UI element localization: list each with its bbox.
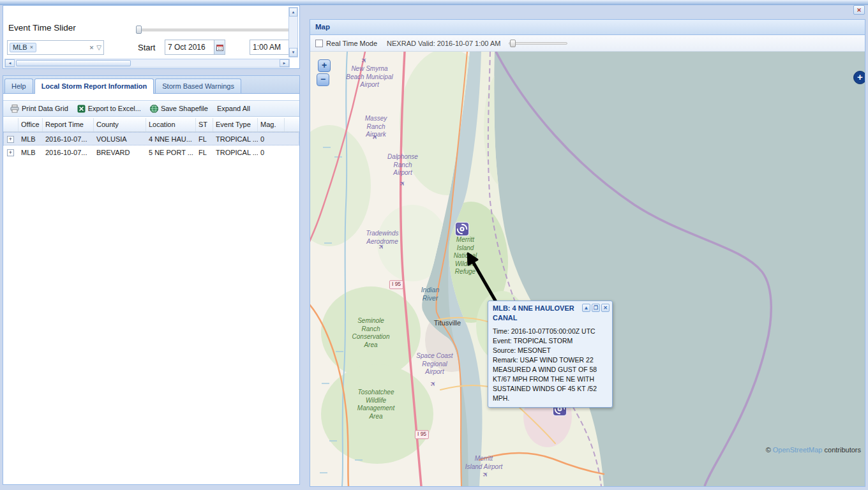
popup-detail-line: Event: TROPICAL STORM [493, 336, 608, 346]
add-layer-button[interactable]: + [853, 71, 865, 84]
label-titusville: Titusville [434, 319, 461, 328]
popup-body: Time: 2016-10-07T05:00:00Z UTCEvent: TRO… [488, 324, 612, 407]
cell: 0 [258, 135, 285, 143]
tab-local-storm-report-information[interactable]: Local Storm Report Information [34, 78, 154, 94]
map-canvas[interactable]: New Smyrna Beach Municipal Airport✈Masse… [310, 52, 865, 486]
scroll-right-button[interactable]: ► [280, 59, 289, 67]
column-header-mag[interactable]: Mag. [258, 118, 285, 131]
zoom-in-button[interactable]: + [318, 59, 331, 72]
label-space-coast-regional-airport: Space Coast Regional Airport [416, 352, 453, 376]
column-header-report-time[interactable]: Report Time [43, 118, 94, 131]
tag-remove-icon[interactable]: × [30, 44, 33, 50]
event-time-slider[interactable] [134, 26, 291, 34]
expander-column-header [3, 118, 19, 131]
filter-dropdown-icon[interactable]: ▽ [96, 44, 101, 51]
start-time-input[interactable] [250, 40, 292, 55]
openstreetmap-link[interactable]: OpenStreetMap [773, 446, 823, 454]
window-close-button[interactable]: ✕ [853, 5, 865, 15]
office-tag-label: MLB [13, 43, 27, 51]
vertical-scrollbar[interactable]: ▲ ▼ [288, 7, 298, 57]
popup-header[interactable]: MLB: 4 NNE HAULOVER CANAL ▲❐✕ [488, 301, 612, 324]
scroll-down-button[interactable]: ▼ [289, 48, 297, 57]
cell: FL [196, 149, 213, 156]
scrollbar-thumb[interactable] [16, 60, 131, 66]
office-tag-mlb[interactable]: MLB × [10, 43, 36, 52]
column-header-office[interactable]: Office [19, 118, 43, 131]
row-expander-icon[interactable]: + [7, 136, 14, 143]
airplane-icon: ✈ [370, 132, 380, 142]
label-tosohatchee-wildlife-management-area: Tosohatchee Wildlife Management Area [357, 389, 394, 420]
globe-icon [150, 105, 158, 113]
calendar-trigger-button[interactable] [214, 40, 225, 55]
column-header-county[interactable]: County [94, 118, 146, 131]
real-time-mode-checkbox[interactable] [315, 40, 323, 47]
label-seminole-ranch-conservation-area: Seminole Ranch Conservation Area [352, 317, 390, 349]
airplane-icon: ✈ [398, 179, 408, 189]
label-massey-ranch-airpark: Massey Ranch Airpark [365, 115, 387, 139]
label-new-smyrna-beach-municipal-airport: New Smyrna Beach Municipal Airport [346, 65, 393, 89]
popup-close-button[interactable]: ✕ [601, 304, 610, 312]
cell: MLB [19, 135, 43, 143]
export-to-excel-button[interactable]: Export to Excel... [74, 103, 144, 114]
save-shapefile-button[interactable]: Save Shapefile [147, 103, 211, 114]
cell: 0 [258, 149, 285, 156]
cell: TROPICAL ... [213, 135, 258, 143]
event-time-slider-title: Event Time Slider [8, 23, 76, 33]
airplane-icon: ✈ [377, 242, 387, 252]
cell: TROPICAL ... [213, 149, 258, 156]
airplane-icon: ✈ [428, 379, 438, 389]
column-header-st[interactable]: ST [196, 118, 213, 131]
table-row[interactable]: +MLB2016-10-07...VOLUSIA4 NNE HAU...FLTR… [3, 132, 299, 145]
copyright-symbol: © [766, 446, 771, 454]
popup-popout-button[interactable]: ❐ [592, 304, 600, 312]
grid-body: +MLB2016-10-07...VOLUSIA4 NNE HAU...FLTR… [3, 132, 299, 159]
cell: 2016-10-07... [43, 149, 94, 156]
zoom-out-button[interactable]: − [317, 73, 329, 86]
export-label: Export to Excel... [88, 105, 141, 112]
start-time-field[interactable] [250, 40, 292, 55]
start-date-field[interactable] [165, 40, 225, 55]
clear-filter-icon[interactable]: ✕ [89, 45, 94, 51]
grid-toolbar: Print Data Grid Export to Excel... Save … [3, 100, 299, 117]
tab-storm-based-warnings[interactable]: Storm Based Warnings [155, 78, 241, 93]
cell: MLB [19, 149, 43, 156]
nexrad-slider-track[interactable] [509, 42, 567, 45]
table-row[interactable]: +MLB2016-10-07...BREVARD5 NE PORT ...FLT… [3, 145, 299, 159]
cell: 5 NE PORT ... [146, 149, 196, 156]
map-panel-header: Map [310, 20, 865, 35]
slider-thumb[interactable] [136, 26, 142, 34]
cell: FL [196, 135, 213, 143]
cell: 2016-10-07... [43, 135, 94, 143]
printer-icon [10, 105, 19, 113]
office-filter-combo[interactable]: MLB × ✕ ▽ [7, 40, 104, 55]
map-attribution: © OpenStreetMap contributors [766, 446, 861, 454]
cell: BREVARD [94, 149, 146, 156]
tab-help[interactable]: Help [4, 78, 33, 93]
expand-all-label: Expand All [217, 105, 250, 112]
popup-detail-line: Remark: USAF WIND TOWER 22 MEASURED A WI… [493, 355, 608, 403]
shapefile-label: Save Shapefile [161, 105, 208, 112]
expand-all-button[interactable]: Expand All [214, 103, 253, 114]
scroll-left-button[interactable]: ◄ [5, 59, 15, 67]
row-expander-icon[interactable]: + [7, 149, 14, 156]
nexrad-time-slider[interactable] [509, 39, 567, 48]
start-label: Start [138, 43, 155, 52]
popup-collapse-button[interactable]: ▲ [582, 304, 590, 312]
column-header-location[interactable]: Location [146, 118, 196, 131]
column-header-event-type[interactable]: Event Type [213, 118, 258, 131]
calendar-icon [216, 44, 223, 51]
horizontal-scrollbar[interactable]: ◄ ► [4, 59, 290, 68]
storm-report-popup[interactable]: MLB: 4 NNE HAULOVER CANAL ▲❐✕ Time: 2016… [488, 301, 613, 408]
storm-report-panel: Help Local Storm Report Information Stor… [3, 75, 300, 485]
label-merritt-island-national-wildlife-refuge: Merritt Island National Wildlife Refuge [454, 236, 477, 276]
tropical-storm-icon[interactable] [455, 222, 470, 237]
nexrad-slider-thumb[interactable] [510, 40, 516, 47]
excel-icon [77, 105, 86, 113]
tab-bar: Help Local Storm Report Information Stor… [3, 76, 299, 94]
slider-track[interactable] [140, 29, 290, 31]
shield-i-95-south: I 95 [415, 430, 429, 439]
map-panel: Map Real Time Mode NEXRAD Valid: 2016-10… [310, 19, 865, 487]
start-date-input[interactable] [165, 40, 214, 55]
scroll-up-button[interactable]: ▲ [289, 8, 297, 17]
print-data-grid-button[interactable]: Print Data Grid [7, 103, 71, 114]
